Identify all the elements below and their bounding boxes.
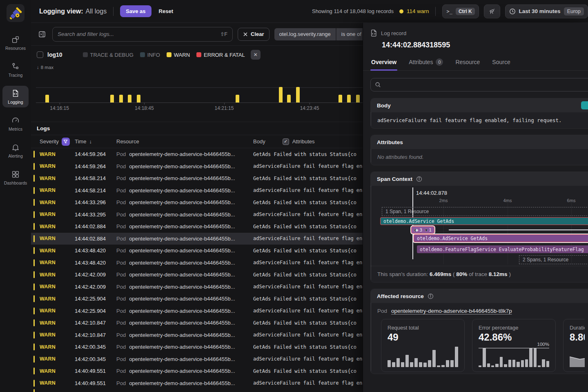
log-time: 14:42:42.009	[75, 284, 116, 290]
resource-name: opentelemetry-demo-adservice-b4466455b..…	[129, 187, 235, 194]
tab-source[interactable]: Source	[491, 55, 511, 70]
tab-resource[interactable]: Resource	[454, 55, 481, 70]
severity-label: WARN	[40, 260, 75, 265]
tab-attributes[interactable]: Attributes0	[408, 55, 444, 70]
resource-name: opentelemetry-demo-adservice-b4466455b..…	[129, 344, 235, 350]
sidebar-item-resources[interactable]: Resources	[2, 32, 29, 53]
body-card-title: Body	[377, 102, 391, 109]
duration-avg-chart	[570, 347, 585, 367]
detail-search-field[interactable]	[370, 78, 588, 91]
histogram-bar[interactable]	[137, 95, 140, 102]
severity-filter-chip[interactable]: otel.log.severity.range is one of	[274, 28, 366, 40]
legend-swatch	[167, 52, 172, 57]
tab-count-badge: 0	[436, 58, 443, 66]
histogram-bar[interactable]	[45, 95, 49, 102]
collapse-panel-button[interactable]	[37, 29, 47, 40]
severity-filter-active-chip[interactable]	[62, 138, 70, 146]
axis-tick-mark	[60, 103, 60, 105]
legend-trace-debug[interactable]: TRACE & DEBUG	[83, 52, 134, 58]
resource-kind: Pod	[116, 199, 126, 205]
severity-legend: TRACE & DEBUGINFOWARNERROR & FATAL	[83, 52, 245, 58]
col-attributes[interactable]: Attributes	[292, 138, 315, 145]
filter-operator[interactable]: is one of	[336, 28, 366, 40]
affected-resource-link[interactable]: opentelemetry-demo-adservice-b4466455b-t…	[391, 308, 512, 314]
legend-error-fatal[interactable]: ERROR & FATAL	[196, 52, 245, 58]
sidebar-item-logging[interactable]: Logging	[2, 86, 29, 107]
divider	[113, 7, 114, 16]
histogram-bar[interactable]	[339, 95, 342, 102]
sort-desc-icon[interactable]: ↓	[89, 138, 92, 145]
severity-label: WARN	[40, 176, 75, 181]
span-bar-child[interactable]: oteldemo.FeatureFlagService EvaluateProb…	[417, 245, 588, 253]
info-icon[interactable]	[416, 176, 422, 182]
axis-tick-mark	[224, 103, 225, 105]
log-file-icon	[11, 89, 20, 98]
severity-bar	[33, 259, 35, 266]
span-events-badge[interactable]: ◆ ◆ 3 ▼ 1	[411, 226, 434, 234]
resource-name: opentelemetry-demo-adservice-b4466455b..…	[129, 356, 235, 362]
reset-button[interactable]: Reset	[159, 8, 173, 14]
dataset-name[interactable]: log10	[47, 51, 62, 58]
histogram-bar[interactable]	[110, 95, 114, 102]
dataset-checkbox[interactable]	[37, 51, 43, 58]
remove-legend-button[interactable]: ✕	[251, 50, 261, 60]
resource-kind: Pod	[116, 175, 126, 181]
span-bar-selected[interactable]: oteldemo.AdService GetAds	[414, 234, 588, 242]
mini-bar	[479, 365, 481, 367]
histogram-bar[interactable]	[279, 87, 283, 102]
command-palette-button[interactable]: >_ Ctrl K	[442, 4, 479, 18]
histogram-bar[interactable]	[356, 95, 360, 102]
severity-label: WARN	[40, 284, 75, 290]
col-resource[interactable]: Resource	[116, 138, 253, 145]
filter-field[interactable]: otel.log.severity.range	[274, 28, 336, 40]
histogram-bar[interactable]	[236, 95, 239, 102]
histogram-bar[interactable]	[296, 87, 300, 102]
view-name[interactable]: All logs	[86, 8, 107, 15]
legend-info[interactable]: INFO	[140, 52, 160, 58]
stat-card-error-percentage: Error percentage 42.86% 100%	[472, 319, 556, 372]
save-as-button[interactable]: Save as	[120, 5, 151, 17]
log-search-input[interactable]	[58, 31, 217, 37]
sidebar-item-metrics[interactable]: Metrics	[2, 113, 29, 134]
attributes-checkbox[interactable]: ✓	[283, 138, 289, 145]
resource-name: opentelemetry-demo-adservice-b4466455b..…	[129, 151, 235, 157]
telescope-icon	[488, 8, 495, 15]
resource-name: opentelemetry-demo-adservice-b4466455b..…	[129, 163, 235, 169]
severity-label: WARN	[40, 344, 75, 350]
histogram-bar[interactable]	[287, 95, 291, 102]
span-bar-root[interactable]: oteldemo.AdService GetAds	[380, 217, 588, 225]
span-group-top[interactable]: 1 Span, 1 Resource	[382, 207, 588, 216]
span-context-card: Span Context 14:44:02.878 2ms 4ms 6ms 1 …	[370, 172, 588, 283]
span-group-bottom[interactable]: 2 Spans, 1 Resource	[519, 255, 588, 264]
severity-bar	[33, 368, 35, 374]
histogram-bar[interactable]	[347, 95, 351, 102]
severity-label: WARN	[40, 380, 75, 386]
resource-name: opentelemetry-demo-adservice-b4466455b..…	[129, 380, 235, 386]
log-time: 14:44:59.264	[75, 163, 116, 169]
col-body[interactable]: Body	[253, 138, 265, 145]
col-severity[interactable]: Severity	[40, 138, 59, 145]
mini-bar	[441, 365, 445, 367]
info-icon[interactable]	[428, 293, 434, 299]
severity-bar	[33, 163, 35, 170]
severity-label: WARN	[40, 187, 75, 193]
time-range-button[interactable]: Last 30 minutes Europ	[505, 4, 588, 18]
sidebar-item-dashboards[interactable]: Dashboards	[2, 167, 29, 188]
legend-warn[interactable]: WARN	[167, 52, 190, 58]
sidebar-item-tracing[interactable]: Tracing	[2, 59, 29, 80]
log-time: 14:42:25.904	[75, 308, 116, 314]
app-logo[interactable]	[7, 4, 24, 22]
detail-search-input[interactable]	[384, 82, 587, 88]
sidebar-item-alerting[interactable]: Alerting	[2, 140, 29, 161]
search-icon	[375, 82, 381, 88]
log-search-field[interactable]: ⇧F	[52, 27, 233, 42]
explore-button[interactable]	[484, 4, 500, 18]
histogram-bar[interactable]	[128, 95, 131, 102]
mini-bar	[529, 348, 532, 367]
histogram-bar[interactable]	[119, 95, 123, 102]
tab-overview[interactable]: Overview	[370, 55, 397, 70]
col-time[interactable]: Time	[75, 138, 86, 145]
mini-bar	[396, 358, 400, 368]
resource-kind: Pod	[116, 272, 126, 278]
clear-filters-button[interactable]: Clear	[238, 28, 270, 41]
